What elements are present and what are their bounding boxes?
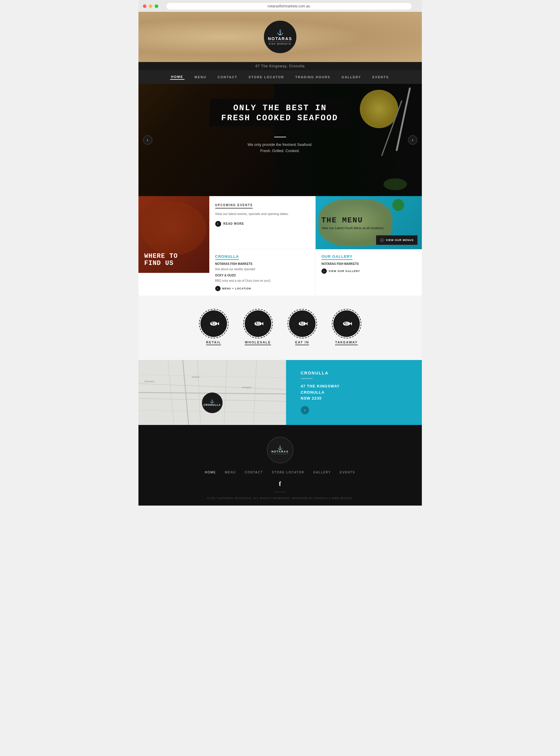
service-takeaway[interactable]: TAKEAWAY: [333, 311, 360, 345]
browser-url-bar[interactable]: notarasfishmarkets.com.au: [166, 3, 412, 9]
svg-point-8: [256, 322, 257, 324]
pin-label: ⚓ CRONULLA: [203, 399, 221, 406]
svg-point-2: [212, 322, 213, 324]
gallery-link-button[interactable]: › VIEW OUR GALLERY: [321, 268, 416, 274]
nav-home[interactable]: HOME: [170, 75, 184, 80]
menu-subtitle: View our Latest Fresh Menu at all locati…: [321, 226, 416, 230]
map-container: Sutherland Caringbah Sylvania ⚓ CRONULLA: [138, 360, 286, 425]
svg-text:Sylvania: Sylvania: [192, 376, 200, 378]
hero-section: ONLY THE BEST IN FRESH COOKED SEAFOOD We…: [138, 84, 422, 196]
gallery-subtitle: NOTARAS FISH MARKETS: [321, 262, 416, 265]
footer-logo-icon: ⚓: [278, 445, 282, 450]
service-wholesale[interactable]: WHOLESALE: [245, 311, 271, 345]
footer-nav-events[interactable]: EVENTS: [340, 471, 355, 474]
hero-banner: ONLY THE BEST IN FRESH COOKED SEAFOOD: [209, 99, 351, 126]
footer: ⚓ NOTARAS FISH MARKETS HOME MENU CONTACT…: [138, 425, 422, 505]
svg-point-6: [255, 322, 262, 326]
cronulla-specials: Ask about our weekly specials!: [215, 267, 310, 272]
wholesale-fish-svg: [252, 318, 264, 330]
pin-text: CRONULLA: [203, 403, 221, 406]
nav-events[interactable]: EVENTS: [371, 75, 390, 79]
hero-title-line1: ONLY THE BEST IN: [221, 103, 339, 113]
service-takeaway-icon: [333, 311, 360, 337]
footer-nav-gallery[interactable]: GALLERY: [313, 471, 331, 474]
info-address-line3: NSW 2230: [301, 395, 407, 402]
nav-gallery[interactable]: GALLERY: [340, 75, 362, 79]
svg-text:Sutherland: Sutherland: [144, 380, 154, 382]
browser-min-dot[interactable]: [149, 4, 152, 8]
footer-logo-sub: FISH MARKETS: [272, 453, 288, 455]
footer-nav-menu[interactable]: MENU: [225, 471, 236, 474]
view-menus-icon: ›: [380, 238, 384, 242]
svg-marker-7: [262, 322, 263, 325]
menu-feature-block: THE MENU View our Latest Fresh Menu at a…: [316, 196, 422, 249]
content-right-col: UPCOMING EVENTS View our latest events, …: [209, 196, 422, 296]
hero-next-button[interactable]: ›: [408, 135, 417, 145]
menu-title: THE MENU: [321, 216, 416, 225]
hero-divider: [274, 137, 286, 137]
hero-subtitle-line1: We only provide the freshest Seafood.: [138, 142, 422, 148]
pin-icon: ⚓: [210, 399, 215, 403]
footer-nav-home[interactable]: HOME: [205, 471, 216, 474]
service-retail-icon: [200, 311, 227, 337]
gallery-title: OUR GALLERY: [321, 254, 353, 260]
bottom-cards-row: CRONULLA NOTARAS FISH MARKETS Ask about …: [209, 249, 422, 296]
footer-nav-contact[interactable]: CONTACT: [245, 471, 263, 474]
service-retail[interactable]: RETAIL: [200, 311, 227, 345]
service-wholesale-icon: [245, 311, 271, 337]
main-nav: HOME MENU CONTACT STORE LOCATOR TRADING …: [138, 70, 422, 84]
gallery-link-label: VIEW OUR GALLERY: [328, 270, 360, 273]
svg-point-12: [299, 322, 306, 326]
service-wholesale-label: WHOLESALE: [245, 340, 271, 345]
upcoming-events-heading: UPCOMING EVENTS: [215, 203, 253, 208]
services-section: RETAIL WHOLESALE EAT IN: [138, 296, 422, 360]
service-eat-in-icon: [289, 311, 316, 337]
takeaway-fish-svg: [341, 318, 353, 330]
cronulla-link-button[interactable]: › MENU + LOCATION: [215, 286, 310, 291]
view-menus-label: VIEW OUR MENUS: [386, 239, 414, 242]
facebook-icon[interactable]: f: [144, 480, 416, 488]
svg-marker-13: [306, 322, 307, 325]
footer-nav: HOME MENU CONTACT STORE LOCATOR GALLERY …: [144, 471, 416, 474]
cronulla-menu-desc: BBQ ocky and a nip of Ouzo (one on you!): [215, 278, 310, 283]
where-to-find-block: WHERE TO FIND US: [138, 196, 209, 273]
nav-menu[interactable]: MENU: [193, 75, 207, 79]
info-panel: CRONULLA 47 THE KINGSWAY CRONULLA NSW 22…: [286, 360, 422, 425]
logo[interactable]: ⚓ NOTARAS FISH MARKETS: [264, 21, 296, 53]
logo-name: NOTARAS: [268, 36, 292, 41]
browser-max-dot[interactable]: [155, 4, 158, 8]
menu-text: THE MENU View our Latest Fresh Menu at a…: [321, 216, 416, 230]
site-header: ⚓ NOTARAS FISH MARKETS: [138, 12, 422, 62]
browser-close-dot[interactable]: [143, 4, 146, 8]
content-left-col: WHERE TO FIND US: [138, 196, 209, 296]
hero-prev-button[interactable]: ‹: [143, 135, 152, 145]
nav-store-locator[interactable]: STORE LOCATOR: [247, 75, 285, 79]
view-menus-button[interactable]: › VIEW OUR MENUS: [376, 235, 417, 245]
cronulla-map-pin[interactable]: ⚓ CRONULLA: [202, 393, 223, 413]
svg-marker-1: [217, 322, 219, 325]
where-text-line1: WHERE TO: [144, 253, 178, 260]
gallery-link-icon: ›: [321, 268, 327, 274]
menu-garnish: [392, 199, 404, 211]
svg-text:Caringbah: Caringbah: [242, 386, 251, 389]
map-section: Sutherland Caringbah Sylvania ⚓ CRONULLA…: [138, 360, 422, 425]
read-more-button[interactable]: › READ MORE: [215, 221, 310, 227]
info-more-button[interactable]: ›: [301, 406, 309, 414]
where-text-line2: FIND US: [144, 260, 178, 267]
nav-trading-hours[interactable]: TRADING HOURS: [294, 75, 332, 79]
where-text-block: WHERE TO FIND US: [144, 253, 178, 267]
top-content-row: UPCOMING EVENTS View our latest events, …: [209, 196, 422, 249]
upcoming-events-block: UPCOMING EVENTS View our latest events, …: [209, 196, 316, 249]
svg-point-0: [210, 322, 217, 326]
info-location-title: CRONULLA: [301, 371, 407, 375]
service-eat-in[interactable]: EAT IN: [289, 311, 316, 345]
footer-logo[interactable]: ⚓ NOTARAS FISH MARKETS: [267, 437, 294, 463]
footer-copyright: © 2017 NOTARAS SEAFOODS. ALL RIGHTS RESE…: [144, 497, 416, 500]
service-eat-in-label: EAT IN: [295, 340, 309, 345]
footer-nav-store-locator[interactable]: STORE LOCATOR: [272, 471, 304, 474]
service-takeaway-label: TAKEAWAY: [335, 340, 358, 345]
footer-divider: [274, 492, 286, 492]
nav-contact[interactable]: CONTACT: [216, 75, 239, 79]
info-address-line1: 47 THE KINGSWAY: [301, 383, 407, 390]
logo-icon: ⚓: [277, 29, 283, 36]
